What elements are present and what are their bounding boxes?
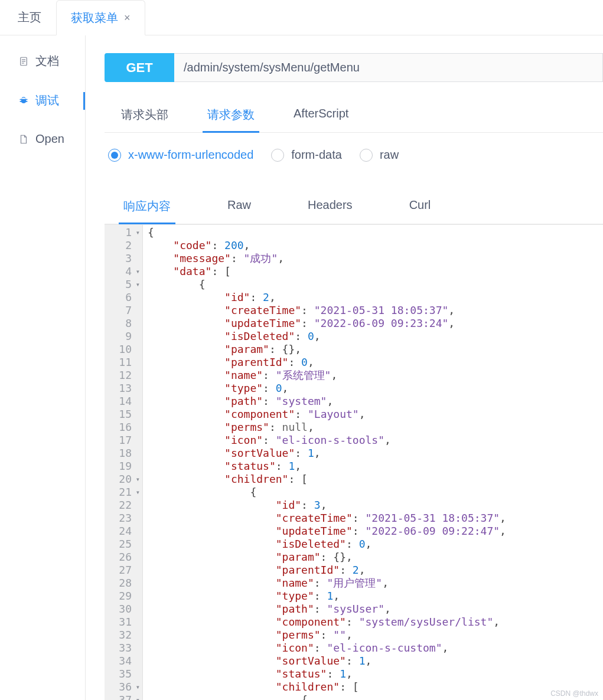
gutter-line: 25 [113, 538, 140, 551]
code-line: "perms": "", [148, 629, 598, 642]
code-line: "sortValue": 1, [148, 447, 598, 460]
code-line: "parentId": 2, [148, 564, 598, 577]
code-line: { [148, 226, 598, 239]
top-tabs: 主页获取菜单× [0, 0, 603, 35]
gutter-line: 20▾ [113, 473, 140, 486]
code-line: "isDeleted": 0, [148, 538, 598, 551]
gutter-line: 15 [113, 408, 140, 421]
code-line: "code": 200, [148, 239, 598, 252]
top-tab-1[interactable]: 获取菜单× [56, 0, 145, 35]
response-tab-body[interactable]: 响应内容 [119, 191, 175, 224]
gutter-line: 5▾ [113, 278, 140, 291]
code-line: "icon": "el-icon-s-custom", [148, 642, 598, 655]
url-input[interactable] [174, 53, 603, 82]
gutter-line: 4▾ [113, 265, 140, 278]
fold-icon[interactable]: ▾ [133, 486, 140, 499]
code-line: "children": [ [148, 473, 598, 486]
sidebar-item-label: 文档 [35, 53, 59, 69]
response-tab-raw[interactable]: Raw [223, 191, 256, 224]
code-line: "children": [ [148, 681, 598, 694]
gutter-line: 11 [113, 356, 140, 369]
fold-icon[interactable]: ▾ [133, 681, 140, 694]
http-method-button[interactable]: GET [105, 53, 174, 82]
fold-icon[interactable]: ▾ [133, 265, 140, 278]
gutter-line: 33 [113, 642, 140, 655]
close-icon[interactable]: × [124, 12, 131, 24]
code-line: "status": 1, [148, 668, 598, 681]
request-tab-afterscript[interactable]: AfterScript [289, 100, 353, 133]
code-line: "createTime": "2021-05-31 18:05:37", [148, 304, 598, 317]
gutter-line: 37▾ [113, 694, 140, 700]
code-line: "type": 1, [148, 590, 598, 603]
request-tab-headers[interactable]: 请求头部 [116, 100, 173, 133]
code-body[interactable]: { "code": 200, "message": "成功", "data": … [143, 225, 603, 700]
gutter-line: 6 [113, 291, 140, 304]
top-tab-0[interactable]: 主页 [3, 0, 56, 35]
code-line: { [148, 486, 598, 499]
file-icon [18, 133, 30, 145]
sidebar-item-debug[interactable]: 调试 [0, 81, 85, 120]
sidebar-item-open[interactable]: Open [0, 120, 85, 158]
code-line: "id": 2, [148, 291, 598, 304]
main-panel: GET 请求头部请求参数AfterScript x-www-form-urlen… [86, 35, 603, 700]
gutter-line: 10 [113, 343, 140, 356]
code-line: "data": [ [148, 265, 598, 278]
code-line: "type": 0, [148, 382, 598, 395]
response-tab-curl[interactable]: Curl [405, 191, 436, 224]
sidebar: 文档调试Open [0, 35, 86, 700]
gutter-line: 3 [113, 252, 140, 265]
fold-icon[interactable]: ▾ [133, 278, 140, 291]
gutter-line: 9 [113, 330, 140, 343]
file-lines-icon [18, 55, 30, 67]
radio-icon [360, 149, 373, 162]
gutter-line: 13 [113, 382, 140, 395]
sidebar-item-label: 调试 [35, 93, 59, 109]
code-line: { [148, 278, 598, 291]
gutter-line: 24 [113, 525, 140, 538]
gutter-line: 12 [113, 369, 140, 382]
response-tabs: 响应内容RawHeadersCurl [105, 191, 603, 224]
code-line: "path": "system", [148, 395, 598, 408]
body-type-urlencoded[interactable]: x-www-form-urlencoded [108, 148, 253, 162]
code-line: "status": 1, [148, 460, 598, 473]
gutter-line: 18 [113, 447, 140, 460]
gutter-line: 29 [113, 590, 140, 603]
gutter-line: 35 [113, 668, 140, 681]
gutter-line: 27 [113, 564, 140, 577]
code-line: { [148, 694, 598, 700]
radio-icon [108, 149, 121, 162]
response-code-viewer: 1▾234▾5▾67891011121314151617181920▾21▾22… [105, 224, 603, 700]
code-line: "perms": null, [148, 421, 598, 434]
code-line: "message": "成功", [148, 252, 598, 265]
code-line: "sortValue": 1, [148, 655, 598, 668]
radio-icon [271, 149, 284, 162]
fold-icon[interactable]: ▾ [133, 473, 140, 486]
gutter-line: 36▾ [113, 681, 140, 694]
code-line: "createTime": "2021-05-31 18:05:37", [148, 512, 598, 525]
gutter-line: 23 [113, 512, 140, 525]
body-type-raw[interactable]: raw [360, 148, 399, 162]
radio-label: form-data [291, 148, 342, 162]
fold-icon[interactable]: ▾ [133, 226, 140, 239]
gutter-line: 16 [113, 421, 140, 434]
gutter-line: 17 [113, 434, 140, 447]
gutter-line: 7 [113, 304, 140, 317]
gutter-line: 22 [113, 499, 140, 512]
response-tab-headers[interactable]: Headers [303, 191, 357, 224]
gutter: 1▾234▾5▾67891011121314151617181920▾21▾22… [105, 225, 143, 700]
request-tab-params[interactable]: 请求参数 [203, 100, 259, 133]
code-line: "name": "用户管理", [148, 577, 598, 590]
watermark: CSDN @thdwx [550, 689, 598, 698]
body-type-formdata[interactable]: form-data [271, 148, 342, 162]
fold-icon[interactable]: ▾ [133, 694, 140, 700]
gutter-line: 14 [113, 395, 140, 408]
sidebar-item-doc[interactable]: 文档 [0, 41, 85, 81]
body-type-radios: x-www-form-urlencodedform-dataraw [105, 148, 603, 162]
code-line: "parentId": 0, [148, 356, 598, 369]
code-line: "path": "sysUser", [148, 603, 598, 616]
sidebar-item-label: Open [35, 132, 64, 146]
top-tab-label: 主页 [18, 9, 41, 25]
code-line: "name": "系统管理", [148, 369, 598, 382]
gutter-line: 2 [113, 239, 140, 252]
code-line: "param": {}, [148, 343, 598, 356]
